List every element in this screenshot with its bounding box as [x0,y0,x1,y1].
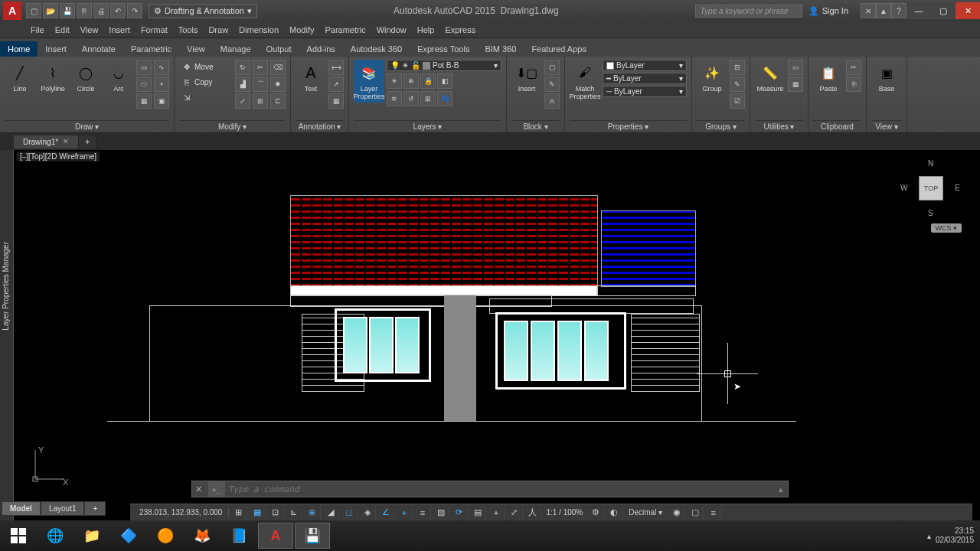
grid-icon[interactable]: ▦ [249,506,266,520]
trim-icon[interactable]: ✂ [253,60,268,75]
linetype-dropdown[interactable]: ─ByLayer▾ [603,86,687,97]
add-layout-tab[interactable]: + [84,501,106,516]
tab-bim360[interactable]: BIM 360 [477,41,524,57]
tab-express[interactable]: Express Tools [410,41,477,57]
paste-button[interactable]: 📋Paste [813,60,844,95]
viewport-label[interactable]: [–][Top][2D Wireframe] [17,152,100,161]
scale-icon[interactable]: ⤢ [235,93,250,109]
polar-icon[interactable]: ⊕ [304,506,321,520]
redo-icon[interactable]: ↷ [127,3,142,18]
view-cube[interactable]: N S E W TOP [900,158,962,219]
layer-dropdown[interactable]: 💡☀🔓Pot B-B▾ [387,60,501,71]
tab-parametric[interactable]: Parametric [123,41,179,57]
otrack-icon[interactable]: ∠ [377,506,394,520]
iso-icon[interactable]: ◢ [322,506,339,520]
layer-state-icon[interactable]: ⊞ [420,91,436,106]
new-icon[interactable]: ▢ [26,3,41,18]
annomonitor-icon[interactable]: + [488,506,505,520]
select-icon[interactable]: ▭ [788,60,803,75]
a360-icon[interactable]: ▲ [876,3,891,18]
tab-view[interactable]: View [179,41,213,57]
tray-up-icon[interactable]: ▴ [927,532,931,540]
block-panel-title[interactable]: Block ▾ [511,120,560,132]
cmd-prompt-icon[interactable]: ▸_ [208,481,225,497]
layer-manager-palette[interactable]: Layer Properties Manager [0,150,14,520]
wcs-dropdown[interactable]: WCS ▾ [931,223,962,233]
layers-panel-title[interactable]: Layers ▾ [354,120,501,132]
layer-match-icon[interactable]: ≋ [387,91,402,106]
stretch-button[interactable]: ⇲ [179,90,233,104]
lwt-icon[interactable]: ≡ [414,506,431,520]
close-tab-icon[interactable]: ✕ [63,138,69,145]
ellipse-icon[interactable]: ⬭ [136,77,152,92]
edit-block-icon[interactable]: ✎ [544,77,560,92]
save-icon[interactable]: 💾 [60,3,75,18]
customize-icon[interactable]: ≡ [705,506,722,520]
transparency-icon[interactable]: ▨ [433,506,449,520]
layer-off-icon[interactable]: ☀ [387,73,402,89]
qcalc-icon[interactable]: ▦ [788,77,803,92]
array-icon[interactable]: ⊞ [253,93,268,109]
help-icon[interactable]: ? [891,3,906,18]
cut-icon[interactable]: ✂ [846,60,861,75]
taskbar-app4[interactable]: 💾 [295,523,330,549]
zoom-label[interactable]: 1:1 / 100% [543,508,586,517]
taskbar-ie[interactable]: 🌐 [38,523,73,549]
menu-modify[interactable]: Modify [289,25,314,34]
explode-icon[interactable]: ✸ [270,77,286,92]
arc-button[interactable]: ◡Arc [103,60,134,95]
taskbar-app3[interactable]: 📘 [221,523,256,549]
cycle-icon[interactable]: ⟳ [451,506,468,520]
open-icon[interactable]: 📂 [43,3,58,18]
lineweight-dropdown[interactable]: ━ByLayer▾ [603,73,687,84]
tab-home[interactable]: Home [0,41,38,57]
annoscale-icon[interactable]: 人 [524,506,541,520]
snap-icon[interactable]: ⊡ [267,506,284,520]
menu-help[interactable]: Help [417,25,435,34]
viewcube-e[interactable]: E [955,184,960,192]
minimize-button[interactable]: — [906,2,931,19]
tab-insert[interactable]: Insert [38,41,74,57]
rect-icon[interactable]: ▭ [136,60,152,75]
taskbar-app1[interactable]: 🔷 [111,523,146,549]
rotate-icon[interactable]: ↻ [235,60,250,75]
mirror-icon[interactable]: ▟ [235,77,250,92]
match-properties-button[interactable]: 🖌Match Properties [570,60,600,103]
circle-button[interactable]: ◯Circle [70,60,101,95]
draw-panel-title[interactable]: Draw ▾ [5,120,169,132]
new-tab-button[interactable]: + [79,135,96,148]
tab-addins[interactable]: Add-ins [299,41,343,57]
copy-clip-icon[interactable]: ⎘ [846,77,861,92]
tab-manage[interactable]: Manage [213,41,259,57]
maximize-button[interactable]: ▢ [931,2,956,19]
plot-icon[interactable]: 🖨 [93,3,109,18]
layout1-tab[interactable]: Layout1 [41,501,85,516]
taskbar-autocad[interactable]: A [258,523,293,549]
qp-icon[interactable]: ▤ [469,506,486,520]
hatch-icon[interactable]: ▦ [136,93,152,109]
layer-lock-icon[interactable]: 🔒 [420,73,436,89]
modelspace-icon[interactable]: ⊞ [230,506,247,520]
group-sel-icon[interactable]: ☑ [730,93,745,109]
viewcube-face[interactable]: TOP [919,176,943,201]
start-button[interactable] [0,520,37,551]
exchange-icon[interactable]: ✕ [861,3,876,18]
close-button[interactable]: ✕ [956,2,980,19]
ortho-icon[interactable]: ⊾ [286,506,302,520]
erase-icon[interactable]: ⌫ [270,60,286,75]
signin-button[interactable]: 👤 Sign In [808,6,848,16]
groups-panel-title[interactable]: Groups ▾ [697,120,745,132]
layer-properties-button[interactable]: 📚Layer Properties [354,60,384,103]
table-icon[interactable]: ▦ [328,93,344,109]
menu-tools[interactable]: Tools [178,25,198,34]
osnap-icon[interactable]: □ [341,506,358,520]
ungroup-icon[interactable]: ⊟ [730,60,745,75]
menu-insert[interactable]: Insert [109,25,130,34]
annotation-panel-title[interactable]: Annotation ▾ [296,120,344,132]
dyn-icon[interactable]: + [396,506,413,520]
tab-featured[interactable]: Featured Apps [524,41,594,57]
measure-button[interactable]: 📏Measure [755,60,786,95]
layer-prev-icon[interactable]: ↺ [403,91,419,106]
taskbar-firefox[interactable]: 🦊 [185,523,220,549]
modify-panel-title[interactable]: Modify ▾ [179,120,286,132]
